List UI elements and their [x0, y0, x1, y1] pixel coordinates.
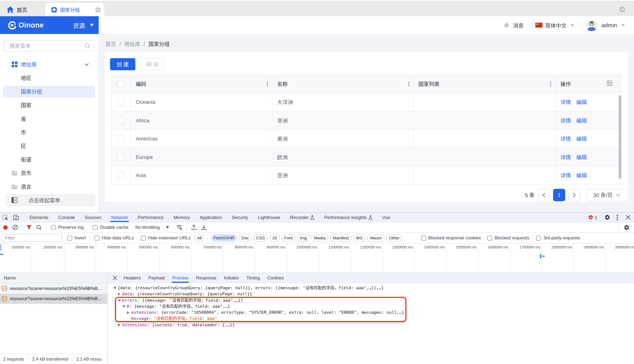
row-checkbox[interactable]	[117, 117, 124, 124]
detail-tab[interactable]: Cookies	[264, 273, 288, 283]
tab-list-button[interactable]	[619, 6, 625, 12]
devtools-tab[interactable]: Security	[227, 212, 253, 222]
devtools-tab[interactable]: Vue	[377, 212, 395, 222]
row-action-detail[interactable]: 详情	[560, 135, 571, 142]
breadcrumb-item[interactable]: 首页	[105, 40, 116, 48]
sidebar-item[interactable]: 街道	[0, 152, 99, 166]
tree-arrow-icon[interactable]	[112, 285, 118, 291]
devtools-tab[interactable]: Performance	[133, 212, 168, 222]
filter-pill[interactable]: JS	[269, 234, 280, 242]
json-tree-line[interactable]: extensions: {success: true, dataloader: …	[108, 322, 634, 328]
filter-pill[interactable]: All	[194, 234, 204, 242]
row-action-edit[interactable]: 编辑	[576, 153, 587, 161]
devtools-tab[interactable]: Recorder	[285, 212, 319, 222]
language-switcher[interactable]: 简体中文	[535, 21, 574, 29]
filter-pill[interactable]: Wasm	[367, 234, 384, 242]
filter-pill[interactable]: Other	[386, 234, 402, 242]
filter-pill[interactable]: Img	[297, 234, 309, 242]
detail-tab[interactable]: Initiator	[220, 273, 243, 283]
filter-pill[interactable]: Doc	[239, 234, 252, 242]
table-row[interactable]: Europe 欧洲 详情 编辑	[111, 148, 621, 166]
sidebar-item[interactable]: 国家	[0, 98, 99, 112]
json-tree-line[interactable]: errors: [{message: "没有匹配的字段，field: aaa",…	[108, 297, 634, 304]
hide-data-urls-checkbox[interactable]: Hide data URLs	[95, 235, 134, 240]
devtools-tab[interactable]: Network	[106, 212, 133, 222]
tree-arrow-icon[interactable]	[126, 316, 131, 322]
row-checkbox[interactable]	[117, 99, 124, 106]
tab-home[interactable]: 首页	[7, 3, 27, 16]
tab-active[interactable]: 国家分组	[45, 3, 104, 16]
user-menu[interactable]: admin	[586, 20, 625, 31]
import-har-icon[interactable]	[189, 224, 199, 230]
row-action-detail[interactable]: 详情	[560, 98, 571, 106]
devtools-tab[interactable]: Application	[195, 212, 227, 222]
hide-extension-urls-checkbox[interactable]: Hide extension URLs	[141, 235, 190, 240]
tab-close-button[interactable]	[95, 7, 101, 12]
column-menu-icon[interactable]	[267, 81, 268, 87]
sidebar-item[interactable]: 国家分组	[0, 84, 99, 98]
record-icon[interactable]	[1, 225, 10, 230]
sidebar-folder[interactable]: 语言	[0, 180, 99, 193]
search-icon[interactable]	[34, 225, 44, 230]
sidebar-item[interactable]: 地区	[0, 71, 99, 84]
row-action-edit[interactable]: 编辑	[576, 135, 587, 142]
tree-arrow-icon[interactable]	[117, 297, 122, 304]
row-action-edit[interactable]: 编辑	[576, 172, 587, 179]
pagination-next-button[interactable]	[568, 188, 580, 201]
filter-pill[interactable]: Font	[282, 234, 295, 242]
json-tree-line[interactable]: {data: {resourceCountryGroupQuery: {quer…	[108, 285, 634, 291]
devtools-tab[interactable]: Sources	[80, 212, 106, 222]
export-har-icon[interactable]	[199, 224, 209, 230]
detail-tab[interactable]: Payload	[145, 273, 169, 283]
row-action-detail[interactable]: 详情	[560, 153, 571, 161]
table-row[interactable]: Asia 亚洲 详情 编辑	[111, 166, 621, 185]
request-row[interactable]: resource?scene=resource%23%E5%9B%B...	[0, 283, 107, 294]
network-conditions-icon[interactable]	[174, 225, 184, 230]
detail-tab[interactable]: Response	[192, 273, 220, 283]
collapse-menu-button[interactable]: 点击收起菜单	[5, 194, 96, 206]
delete-button[interactable]: 删 除	[141, 58, 164, 70]
tree-arrow-icon[interactable]	[117, 322, 122, 328]
devtools-tab[interactable]: Performance insights	[319, 212, 377, 222]
breadcrumb-item[interactable]: 地址库	[124, 40, 140, 48]
filter-pill[interactable]: Media	[311, 234, 328, 242]
devtools-tab[interactable]: Lighthouse	[253, 212, 285, 222]
error-badge[interactable]	[589, 215, 593, 220]
request-row[interactable]: resource?scene=resource%23%E5%9B%B...	[0, 294, 107, 304]
devtools-tab[interactable]: Elements	[25, 212, 53, 222]
detail-tab[interactable]: Timing	[243, 273, 264, 283]
pagination-prev-button[interactable]	[538, 188, 550, 201]
network-settings-icon[interactable]	[619, 224, 634, 230]
devtools-more-icon[interactable]	[613, 214, 622, 220]
select-all-checkbox[interactable]	[117, 80, 124, 88]
devtools-tab[interactable]: Console	[53, 212, 80, 222]
pagination-current-page[interactable]: 1	[553, 188, 565, 201]
detail-tab[interactable]: Headers	[120, 273, 145, 283]
module-switcher[interactable]: 资源	[73, 20, 94, 30]
row-action-edit[interactable]: 编辑	[576, 98, 587, 106]
sidebar-item[interactable]: 市	[0, 125, 99, 139]
filter-pill[interactable]: Fetch/XHR	[211, 234, 237, 242]
close-detail-icon[interactable]	[110, 276, 120, 280]
menu-search-input[interactable]: 搜索菜单	[4, 40, 95, 51]
filter-icon[interactable]	[24, 225, 34, 230]
messages-button[interactable]: 消息	[504, 21, 524, 29]
row-checkbox[interactable]	[117, 135, 124, 142]
json-tree-line[interactable]: message: "没有匹配的字段，field: aaa"	[108, 316, 634, 322]
filter-pill[interactable]: CSS	[254, 234, 268, 242]
table-row[interactable]: Americas 美洲 详情 编辑	[111, 130, 621, 148]
table-row[interactable]: Oceania 大洋洲 详情 编辑	[111, 93, 621, 112]
table-settings-icon[interactable]	[606, 81, 612, 87]
json-tree-line[interactable]: data: {resourceCountryGroupQuery: {query…	[108, 291, 634, 298]
pagination-size-select[interactable]: 30 条/页	[587, 188, 627, 201]
sidebar-item[interactable]: 区	[0, 139, 99, 152]
column-menu-icon[interactable]	[550, 81, 551, 87]
sidebar-item-address-lib[interactable]: 地址库	[0, 58, 99, 71]
json-tree-line[interactable]: extensions: {errorCode: "10500004", erro…	[108, 310, 634, 316]
detail-tab[interactable]: Preview	[168, 273, 192, 283]
invert-checkbox[interactable]: Invert	[67, 235, 86, 240]
devtools-settings-icon[interactable]	[601, 214, 613, 220]
device-toolbar-icon[interactable]	[11, 215, 21, 220]
disable-cache-checkbox[interactable]: Disable cache	[93, 225, 129, 230]
filter-pill[interactable]: WS	[353, 234, 365, 242]
